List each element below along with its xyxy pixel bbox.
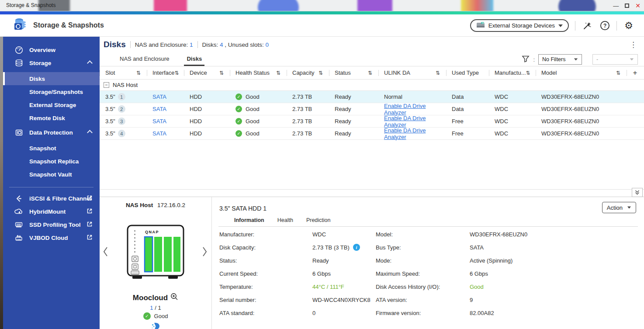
ulink-da-cell: Enable DA Drive Analyzer xyxy=(378,103,446,115)
stat-value: 1 xyxy=(190,42,193,48)
sidebar-item-vjbod-cloud[interactable]: VJBOD Cloud xyxy=(3,231,100,244)
column-header-ulink-da[interactable]: ULINK DA⇅ xyxy=(378,66,446,79)
collapse-detail-panel-button[interactable] xyxy=(632,188,643,197)
pager-separator: / xyxy=(155,305,156,311)
interface-link[interactable]: SATA xyxy=(152,118,166,125)
minimize-button[interactable]: — xyxy=(613,3,619,9)
status-cell: Ready xyxy=(329,91,378,103)
collapse-group-icon[interactable]: − xyxy=(104,82,109,88)
filter-colon: : xyxy=(533,56,535,63)
capacity-cell: 2.73 TB xyxy=(287,103,329,115)
sort-icon[interactable]: ⇅ xyxy=(175,70,179,76)
add-column-button[interactable]: + xyxy=(627,66,644,79)
disk-row[interactable]: 3.5"3 SATA HDD ✓Good 2.73 TB Ready Enabl… xyxy=(100,115,644,128)
column-header-health-status[interactable]: Health Status⇅ xyxy=(230,66,287,79)
smart-assistant-wand-icon[interactable] xyxy=(582,20,593,31)
close-button[interactable]: ✕ xyxy=(635,3,641,9)
external-storage-devices-button[interactable]: RAID External Storage Devices xyxy=(470,19,569,32)
sidebar-item-hybridmount[interactable]: HybridMount xyxy=(3,205,100,218)
settings-gear-icon[interactable]: ⚙ xyxy=(623,20,634,31)
sidebar-item-iscsi-fibre-channel[interactable]: iSCSI & Fibre Channel xyxy=(3,192,100,205)
column-header-slot[interactable]: Slot⇅ xyxy=(100,66,147,79)
hybridmount-cloud-icon xyxy=(14,207,23,216)
carousel-prev-icon[interactable] xyxy=(102,246,109,259)
sidebar-item-snapshot-replica[interactable]: Snapshot Replica xyxy=(3,155,100,168)
column-header-manufacturer[interactable]: Manufactu...⇅ xyxy=(489,66,536,79)
disk-row[interactable]: 3.5"1 SATA HDD ✓Good 2.73 TB Ready Norma… xyxy=(100,91,644,103)
da-drive-analyzer-icon[interactable] xyxy=(100,322,211,329)
sidebar-item-remote-disk[interactable]: Remote Disk xyxy=(3,111,100,125)
sidebar-item-snapshot[interactable]: Snapshot xyxy=(3,142,100,155)
sidebar-item-disks[interactable]: Disks xyxy=(3,72,100,85)
interface-link[interactable]: SATA xyxy=(152,106,166,112)
column-header-status[interactable]: Status⇅ xyxy=(329,66,378,79)
column-header-capacity[interactable]: Capacity⇅ xyxy=(287,66,329,79)
sort-icon[interactable]: ⇅ xyxy=(368,70,372,76)
sidebar-item-storage[interactable]: Storage xyxy=(3,56,100,69)
enable-da-drive-analyzer-link[interactable]: Enable DA Drive Analyzer xyxy=(384,103,440,116)
column-label: Status xyxy=(335,69,351,76)
sort-icon[interactable]: ⇅ xyxy=(219,70,224,76)
help-icon[interactable]: ? xyxy=(599,20,610,31)
filter-select[interactable]: No Filters xyxy=(538,54,582,65)
detail-label: Temperature: xyxy=(219,284,312,290)
sidebar-item-overview[interactable]: Overview xyxy=(3,43,100,56)
manufacturer-cell: WDC xyxy=(489,115,536,127)
sort-icon[interactable]: ⇅ xyxy=(136,70,141,76)
action-button[interactable]: Action xyxy=(602,202,636,213)
tab-health[interactable]: Health xyxy=(277,217,293,223)
sidebar-item-data-protection[interactable]: Data Protection xyxy=(3,126,100,139)
carousel-next-icon[interactable] xyxy=(201,246,208,259)
health-label: Good xyxy=(246,130,260,137)
maximize-button[interactable] xyxy=(625,3,629,8)
sidebar-item-storage-snapshots[interactable]: Storage/Snapshots xyxy=(3,85,100,98)
tab-information[interactable]: Information xyxy=(234,217,264,223)
enable-da-drive-analyzer-link[interactable]: Enable DA Drive Analyzer xyxy=(384,127,440,140)
chevron-up-icon[interactable] xyxy=(87,60,93,66)
sort-icon[interactable]: ⇅ xyxy=(526,70,530,76)
svg-text:?: ? xyxy=(603,23,606,29)
column-header-interface[interactable]: Interface⇅ xyxy=(147,66,184,79)
sort-icon[interactable]: ⇅ xyxy=(616,70,620,76)
enable-da-drive-analyzer-link[interactable]: Enable DA Drive Analyzer xyxy=(384,115,440,128)
interface-link[interactable]: SATA xyxy=(152,94,166,100)
interface-link[interactable]: SATA xyxy=(152,130,166,137)
chevron-up-icon[interactable] xyxy=(87,130,93,135)
more-options-kebab-icon[interactable]: ⋮ xyxy=(630,40,637,49)
disk-row[interactable]: 3.5"2 SATA HDD ✓Good 2.73 TB Ready Enabl… xyxy=(100,103,644,115)
detail-label: Model: xyxy=(376,231,470,238)
stat-value: 0 xyxy=(265,42,269,48)
sort-icon[interactable]: ⇅ xyxy=(436,70,440,76)
info-icon[interactable]: i xyxy=(353,244,360,251)
sort-icon[interactable]: ⇅ xyxy=(319,70,323,76)
filter-select-secondary[interactable]: - xyxy=(592,54,638,65)
stat-label: Disks: xyxy=(202,42,218,48)
detail-value: 2.73 TB (3 TB) i xyxy=(312,244,376,251)
capacity-cell: 2.73 TB xyxy=(287,115,329,127)
sidebar-item-label: HybridMount xyxy=(29,208,66,215)
sidebar-divider xyxy=(9,187,93,187)
tab-nas-and-enclosure[interactable]: NAS and Enclosure xyxy=(112,55,177,66)
desktop-icon-blur xyxy=(258,0,299,11)
sidebar-item-snapshot-vault[interactable]: Snapshot Vault xyxy=(3,168,100,181)
sort-icon[interactable]: ⇅ xyxy=(276,70,280,76)
column-header-used-type[interactable]: Used Type xyxy=(446,66,489,79)
tab-disks[interactable]: Disks xyxy=(179,55,210,66)
tab-prediction[interactable]: Prediction xyxy=(306,217,331,223)
column-header-model[interactable]: Model⇅ xyxy=(536,66,627,79)
detail-label: Current Speed: xyxy=(219,270,312,277)
storage-snapshots-app-icon xyxy=(13,17,28,34)
sidebar-item-ssd-profiling-tool[interactable]: SSD SSD Profiling Tool xyxy=(3,218,100,231)
nas-device-illustration[interactable]: QNAP xyxy=(126,224,185,283)
sidebar-item-external-storage[interactable]: External Storage xyxy=(3,98,100,111)
slot-size: 3.5" xyxy=(105,130,115,137)
table-bottom-border xyxy=(100,189,644,190)
disk-row[interactable]: 3.5"4 SATA HDD ✓Good 2.73 TB Ready Enabl… xyxy=(100,128,644,140)
stat-value: 4 xyxy=(220,42,223,48)
detail-value-text: Ready xyxy=(312,257,329,264)
chevron-down-icon xyxy=(630,58,634,60)
pager-total: 1 xyxy=(158,305,161,311)
filter-funnel-icon[interactable] xyxy=(522,55,530,64)
zoom-in-icon[interactable] xyxy=(170,293,178,303)
column-header-device[interactable]: Device⇅ xyxy=(184,66,230,79)
